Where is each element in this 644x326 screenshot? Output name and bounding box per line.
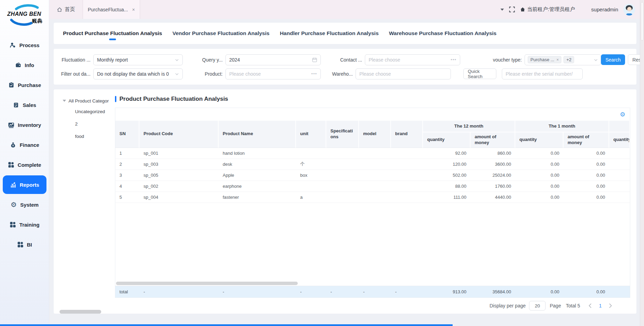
voucher-tag-label: Purchase ... (530, 57, 554, 62)
close-icon[interactable]: × (556, 57, 559, 62)
contact-label: Contact ... (330, 57, 365, 63)
product-select[interactable]: Please choose ••• (225, 68, 321, 79)
gear-icon: ⚙ (10, 201, 17, 208)
tab-handler-purchase-fluctuation-analysis[interactable]: Handler Purchase Fluctuation Analysis (280, 23, 379, 43)
chevron-right-icon[interactable] (609, 303, 612, 308)
table-row[interactable]: 4sp_002earphone88.001760.000.000.00 (115, 181, 630, 192)
clipboard-icon (8, 82, 15, 88)
tree-node-food[interactable]: food (59, 130, 113, 142)
tab-product-purchase-fluctuation-analysis[interactable]: Product Purchase Fluctuation Analysis (63, 23, 162, 43)
home-breadcrumb[interactable]: 首页 (55, 0, 83, 19)
table-cell: sp_003 (139, 159, 219, 170)
page-size-input[interactable]: 20 (529, 301, 546, 311)
table-row[interactable]: 3sp_005Applebox502.0025024.000.000.00 (115, 170, 630, 181)
trend-chart-icon (8, 121, 15, 128)
table-row[interactable]: 5sp_004fastenera111.004440.000.000.00 (115, 192, 630, 203)
warehouse-select[interactable]: Please choose (356, 68, 451, 79)
table-row[interactable]: 2sp_003desk个120.003600.000.000.00 (115, 159, 630, 170)
table-cell (391, 181, 423, 192)
sidebar-item-reports[interactable]: Reports (3, 175, 46, 194)
tenant-switcher[interactable]: 当前租户:管理员租户 (520, 6, 575, 13)
tab-warehouse-purchase-fluctuation-analysis[interactable]: Warehouse Purchase Fluctuation Analysis (389, 23, 496, 43)
sidebar-item-bi[interactable]: BI (0, 235, 49, 254)
open-page-tab[interactable]: PurchaseFluctua... × (83, 0, 140, 19)
close-icon[interactable]: × (132, 7, 135, 12)
bottom-scroll-indicator[interactable] (0, 324, 453, 326)
table-cell (326, 159, 359, 170)
table-row[interactable]: 1sp_001hand lotion92.00860.000.000.00 (115, 148, 630, 159)
sidebar-item-info[interactable]: Info (0, 55, 49, 75)
report-panel: All Product Categor Uncategorized2food P… (54, 89, 636, 314)
table-cell (326, 181, 359, 192)
chevron-down-icon (594, 58, 598, 62)
table-cell (359, 148, 391, 159)
contact-select[interactable]: Please choose ••• (365, 54, 460, 65)
filter-zero-select[interactable]: Do not display the data which is 0 (93, 68, 183, 79)
scrollbar-thumb[interactable] (641, 2, 643, 41)
sidebar-menu: ProcessInfoPurchaseSalesInventoryFinance… (0, 35, 49, 254)
filter-row-1: Fluctuation ... Monthly report Query y..… (61, 54, 630, 65)
sidebar-item-purchase[interactable]: Purchase (0, 75, 49, 95)
sidebar-item-sales[interactable]: Sales (0, 95, 49, 115)
table-cell: 0.00 (515, 170, 563, 181)
query-year-label: Query y... (192, 57, 225, 63)
username[interactable]: superadmin (591, 7, 618, 12)
sidebar-item-training[interactable]: Training (0, 215, 49, 235)
sidebar-item-inventory[interactable]: Inventory (0, 115, 49, 135)
table-cell (609, 148, 630, 159)
table-cell: 0.00 (515, 148, 563, 159)
fluctuation-value: Monthly report (97, 57, 128, 63)
fluctuation-select[interactable]: Monthly report (93, 54, 183, 65)
table-cell: 2 (115, 159, 139, 170)
column-header-amount-of-money: amount of money (471, 132, 515, 148)
voucher-type-label: voucher type: (474, 57, 525, 63)
sidebar-item-process[interactable]: Process (0, 35, 49, 55)
chevron-down-icon (175, 72, 179, 76)
tab-vendor-purchase-fluctuation-analysis[interactable]: Vendor Purchase Fluctuation Analysis (172, 23, 270, 43)
data-table: SNProduct CodeProduct NameunitSpecificat… (115, 121, 630, 203)
table-cell: 860.00 (471, 148, 515, 159)
column-header-quantity: quantity (423, 132, 471, 148)
gear-icon[interactable]: ⚙ (620, 111, 625, 118)
chevron-down-icon[interactable] (500, 9, 504, 11)
sidebar-item-system[interactable]: ⚙System (0, 195, 49, 215)
table-cell: 88.00 (423, 181, 471, 192)
sidebar-item-complete[interactable]: Complete (0, 155, 49, 175)
tree-node-2[interactable]: 2 (59, 118, 113, 130)
total-cell: 0.00 (515, 286, 563, 297)
current-page-number[interactable]: 1 (599, 303, 602, 308)
table-cell (391, 159, 423, 170)
tree-node-uncategorized[interactable]: Uncategorized (59, 105, 113, 118)
column-header-amount-of-money: amount of money (563, 132, 609, 148)
group-header-the-1-month: The 1 month (515, 121, 609, 132)
quick-search-button[interactable]: Quick Search (463, 68, 496, 79)
total-cell: 0.00 (563, 286, 609, 297)
table-cell: 120.00 (423, 159, 471, 170)
table-cell: 0.00 (515, 181, 563, 192)
table-body: 1sp_001hand lotion92.00860.000.000.002sp… (115, 148, 630, 203)
table-cell: 25024.00 (471, 170, 515, 181)
tree-node-all-product-category[interactable]: All Product Categor (59, 96, 113, 105)
warehouse-label: Wareho... (328, 71, 356, 77)
product-label: Product: (202, 71, 225, 77)
table-cell: earphone (219, 181, 296, 192)
chevron-left-icon[interactable] (588, 303, 592, 308)
sidebar-item-finance[interactable]: Finance (0, 135, 49, 155)
home-label: 首页 (65, 6, 75, 13)
fullscreen-icon[interactable] (509, 7, 515, 12)
receipt-icon (13, 101, 20, 108)
table-horizontal-scrollbar[interactable] (115, 281, 630, 286)
table-cell: a (296, 192, 326, 203)
filter-panel: Fluctuation ... Monthly report Query y..… (54, 49, 636, 85)
user-avatar[interactable] (623, 4, 635, 15)
scrollbar-thumb[interactable] (116, 282, 298, 285)
voucher-type-select[interactable]: Purchase ...× +2 (525, 54, 601, 65)
serial-number-input[interactable] (502, 68, 583, 79)
query-year-input[interactable]: 2024 (225, 54, 321, 65)
table-section: Product Purchase Fluctuation Analysis ⚙ … (115, 95, 630, 314)
search-button[interactable]: Search (601, 54, 625, 65)
content-horizontal-scrollbar[interactable] (60, 310, 101, 314)
window-vertical-scrollbar[interactable] (640, 0, 644, 326)
total-count-label: Total 5 (566, 303, 580, 308)
total-cell: - (359, 286, 391, 297)
